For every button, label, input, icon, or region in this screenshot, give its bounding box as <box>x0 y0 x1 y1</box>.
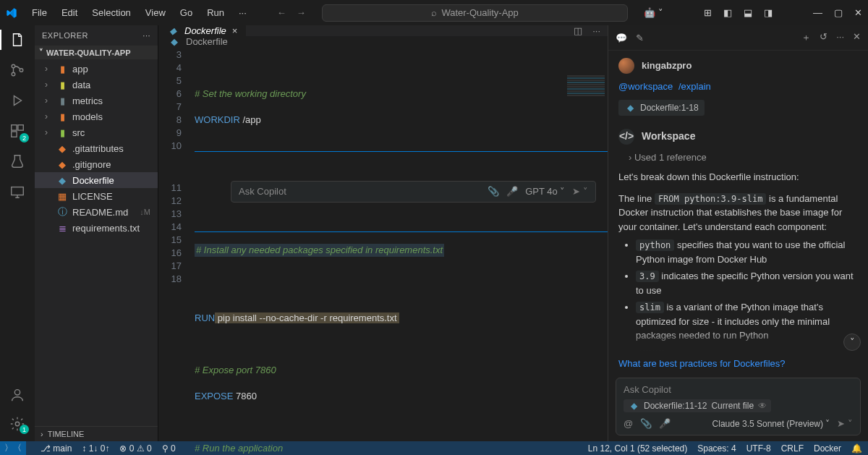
svg-rect-5 <box>12 132 17 137</box>
new-chat-icon[interactable]: ＋ <box>801 31 811 44</box>
menu-edit[interactable]: Edit <box>56 4 83 21</box>
language-mode[interactable]: Docker <box>814 443 841 454</box>
search-text: Water-Quality-App <box>441 7 518 18</box>
line-gutter: 345678910 1112131415161718 <box>158 47 195 455</box>
model-selector[interactable]: GPT 4o ˅ <box>525 185 565 198</box>
menu-view[interactable]: View <box>140 4 171 21</box>
file-readme[interactable]: ⓘREADME.md↓M <box>35 204 158 220</box>
file-license[interactable]: ▦LICENSE <box>35 188 158 204</box>
chat-input[interactable]: Ask Copilot ◆Dockerfile:11-12 Current fi… <box>616 378 861 435</box>
menu-selection[interactable]: Selection <box>86 4 136 21</box>
file-requirements[interactable]: ≣requirements.txt <box>35 220 158 236</box>
slash-explain[interactable]: /explain <box>678 81 711 92</box>
avatar <box>618 58 634 74</box>
followup-suggestion[interactable]: What are best practices for Dockerfiles? <box>608 351 868 373</box>
eol-status[interactable]: CRLF <box>781 443 804 454</box>
git-sync[interactable]: ↕ 1↓ 0↑ <box>82 443 109 454</box>
chat-close-icon[interactable]: ✕ <box>853 31 861 44</box>
project-header[interactable]: ˅ WATER-QUALITY-APP <box>35 46 158 59</box>
panel-right-icon[interactable]: ◨ <box>764 7 773 18</box>
breadcrumb[interactable]: ◆ Dockerfile <box>158 36 608 47</box>
svg-point-2 <box>20 69 23 72</box>
problems-status[interactable]: ⊗ 0 ⚠ 0 <box>119 443 151 454</box>
chat-send-icon[interactable]: ➤ ˅ <box>837 418 853 429</box>
command-center[interactable]: ⌕ Water-Quality-App <box>322 4 629 22</box>
timeline-section[interactable]: ›TIMELINE <box>35 426 158 441</box>
menu-file[interactable]: File <box>26 4 53 21</box>
activity-bar: 2 1 <box>0 25 35 441</box>
run-debug-icon[interactable] <box>9 92 26 109</box>
tab-dockerfile[interactable]: ◆ Dockerfile × <box>158 25 247 36</box>
chat-icon[interactable]: 💬 <box>616 33 627 43</box>
svg-rect-3 <box>12 125 17 130</box>
chat-more-icon[interactable]: ··· <box>836 31 844 44</box>
layout-icon-1[interactable]: ⊞ <box>704 7 712 18</box>
used-references[interactable]: Used 1 reference <box>629 150 858 165</box>
menu-go[interactable]: Go <box>174 4 198 21</box>
editor-more-icon[interactable]: ··· <box>592 25 600 36</box>
file-dockerfile[interactable]: ◆Dockerfile <box>35 172 158 188</box>
inline-chat-input[interactable]: Ask Copilot <box>239 185 286 198</box>
file-gitignore[interactable]: ◆.gitignore <box>35 156 158 172</box>
inline-chat: Ask Copilot 📎 🎤 GPT 4o ˅ ➤ ˅ <box>195 151 608 232</box>
panel-bottom-icon[interactable]: ⬓ <box>744 7 752 18</box>
nav-forward-icon[interactable]: → <box>297 7 306 18</box>
nav-back-icon[interactable]: ← <box>277 7 286 18</box>
editor-area: ◆ Dockerfile × ◫ ··· ◆ Dockerfile 345678… <box>158 25 608 441</box>
at-icon[interactable]: @ <box>624 418 633 429</box>
remote-explorer-icon[interactable] <box>9 183 26 200</box>
docker-icon: ◆ <box>167 25 179 36</box>
explorer-icon[interactable] <box>9 31 26 48</box>
chat-username: kingabzpro <box>642 59 692 73</box>
chat-input-placeholder: Ask Copilot <box>624 384 853 395</box>
mic-icon[interactable]: 🎤 <box>506 185 518 198</box>
maximize-icon[interactable]: ▢ <box>834 7 843 18</box>
encoding-status[interactable]: UTF-8 <box>746 443 771 454</box>
account-icon[interactable] <box>9 386 26 404</box>
scroll-down-icon[interactable]: ˅ <box>843 333 861 351</box>
folder-models[interactable]: ›▮models <box>35 109 158 124</box>
folder-src[interactable]: ›▮src <box>35 124 158 140</box>
chat-paragraph: The line FROM python:3.9-slim is a funda… <box>618 192 858 234</box>
panel-left-icon[interactable]: ◧ <box>723 7 732 18</box>
explorer-title: EXPLORER <box>42 31 88 40</box>
history-icon[interactable]: ↺ <box>820 31 827 44</box>
extensions-icon[interactable]: 2 <box>9 122 26 140</box>
svg-point-8 <box>15 422 20 426</box>
code-content[interactable]: # Set the working directory WORKDIR /app… <box>195 47 608 455</box>
folder-data[interactable]: ›▮data <box>35 77 158 93</box>
tab-close-icon[interactable]: × <box>232 25 238 36</box>
menu-more[interactable]: ··· <box>233 4 252 21</box>
remote-indicator[interactable]: 〉〈 <box>0 441 26 455</box>
mic-icon[interactable]: 🎤 <box>659 418 671 429</box>
close-window-icon[interactable]: ✕ <box>854 7 862 18</box>
svg-point-0 <box>12 64 15 68</box>
explorer-more-icon[interactable]: ··· <box>142 31 150 40</box>
minimap[interactable] <box>564 48 608 92</box>
folder-app[interactable]: ›▮app <box>35 61 158 77</box>
split-editor-icon[interactable]: ◫ <box>574 25 582 36</box>
clip-icon[interactable]: 📎 <box>640 418 652 429</box>
menu-run[interactable]: Run <box>201 4 230 21</box>
context-chip[interactable]: ◆Dockerfile:11-12 Current file 👁 <box>624 399 771 412</box>
reference-chip[interactable]: ◆Dockerfile:1-18 <box>618 100 705 116</box>
attach-icon[interactable]: 📎 <box>488 185 499 198</box>
copilot-icon[interactable]: 🤖 ˅ <box>644 7 663 18</box>
mention-workspace[interactable]: @workspace <box>618 81 673 92</box>
git-branch[interactable]: ⎇ main <box>41 443 72 454</box>
chat-model-selector[interactable]: Claude 3.5 Sonnet (Preview) ˅ <box>712 419 830 429</box>
settings-icon[interactable]: 1 <box>9 415 26 433</box>
file-gitattributes[interactable]: ◆.gitattributes <box>35 140 158 156</box>
folder-metrics[interactable]: ›▮metrics <box>35 93 158 109</box>
minimize-icon[interactable]: — <box>813 7 822 18</box>
svg-point-7 <box>14 390 20 395</box>
source-control-icon[interactable] <box>9 61 26 79</box>
send-icon[interactable]: ➤ ˅ <box>572 185 588 198</box>
code-editor[interactable]: 345678910 1112131415161718 # Set the wor… <box>158 47 608 455</box>
copilot-chat-panel: 💬 ✎ ＋ ↺ ··· ✕ kingabzpro @workspace /exp… <box>608 25 868 441</box>
notifications-icon[interactable]: 🔔 <box>851 443 862 454</box>
testing-icon[interactable] <box>9 153 26 170</box>
workspace-icon: </> <box>618 129 634 145</box>
chat-edit-icon[interactable]: ✎ <box>636 33 644 43</box>
indentation-status[interactable]: Spaces: 4 <box>697 443 736 454</box>
